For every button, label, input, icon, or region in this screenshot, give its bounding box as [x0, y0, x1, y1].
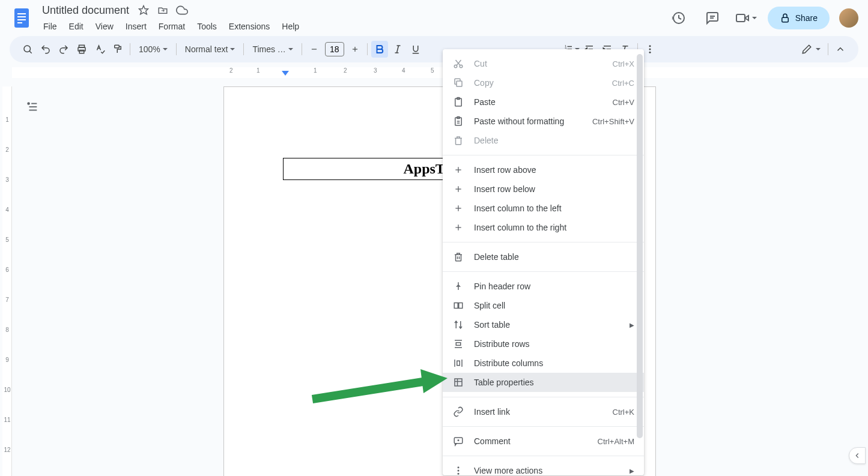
menu-file[interactable]: File — [38, 19, 62, 34]
svg-marker-5 — [139, 6, 148, 14]
menu-bar: File Edit View Insert Format Tools Exten… — [38, 19, 667, 34]
svg-rect-17 — [115, 45, 120, 48]
star-icon[interactable] — [138, 4, 150, 16]
svg-rect-52 — [457, 81, 462, 86]
context-menu-scrollbar[interactable] — [636, 54, 644, 471]
ctx-divider — [443, 456, 644, 456]
user-avatar[interactable] — [839, 8, 858, 28]
spellcheck-button[interactable] — [91, 41, 108, 58]
svg-line-50 — [457, 60, 461, 65]
svg-rect-9 — [736, 14, 745, 22]
link-icon — [452, 406, 464, 417]
style-dropdown[interactable]: Normal text — [180, 42, 240, 56]
editing-mode-button[interactable] — [798, 41, 824, 58]
menu-extensions[interactable]: Extensions — [224, 19, 275, 34]
ctx-sort-table[interactable]: Sort table ▶ — [443, 315, 644, 334]
ctx-more-actions[interactable]: View more actions ▶ — [443, 461, 644, 476]
menu-view[interactable]: View — [91, 19, 118, 34]
underline-button[interactable] — [407, 41, 424, 58]
ctx-insert-link[interactable]: Insert link Ctrl+K — [443, 402, 644, 421]
table-props-icon — [452, 377, 464, 388]
menu-insert[interactable]: Insert — [121, 19, 151, 34]
split-icon — [452, 300, 464, 311]
svg-line-23 — [396, 46, 398, 53]
paint-format-button[interactable] — [109, 41, 126, 58]
ctx-insert-col-left[interactable]: Insert column to the left — [443, 199, 644, 218]
toolbar: 100% Normal text Times … 123 — [10, 36, 858, 62]
menu-format[interactable]: Format — [154, 19, 190, 34]
svg-point-85 — [458, 466, 460, 468]
move-icon[interactable] — [157, 4, 169, 16]
svg-rect-70 — [459, 303, 463, 309]
ctx-insert-row-below[interactable]: Insert row below — [443, 179, 644, 199]
app-header: Untitled document File Edit View Insert … — [0, 0, 868, 36]
header-right: Share — [667, 6, 858, 30]
ctx-pin-header[interactable]: Pin header row — [443, 277, 644, 296]
ctx-divider — [443, 426, 644, 427]
ctx-cut: Cut Ctrl+X — [443, 54, 644, 73]
ctx-paste-plain[interactable]: Paste without formatting Ctrl+Shift+V — [443, 112, 644, 131]
ctx-insert-row-above[interactable]: Insert row above — [443, 160, 644, 179]
svg-rect-3 — [17, 19, 26, 20]
svg-rect-1 — [17, 13, 26, 14]
ctx-insert-col-right[interactable]: Insert column to the right — [443, 218, 644, 237]
svg-rect-2 — [17, 16, 26, 17]
more-icon — [452, 465, 464, 476]
undo-button[interactable] — [37, 41, 54, 58]
ctx-paste[interactable]: Paste Ctrl+V — [443, 92, 644, 112]
font-size-input[interactable] — [325, 42, 344, 56]
side-panel-toggle[interactable] — [849, 447, 866, 464]
paste-icon — [452, 97, 464, 107]
cut-icon — [452, 58, 464, 69]
ctx-divider — [443, 397, 644, 397]
meet-button[interactable] — [734, 6, 758, 30]
ctx-divider — [443, 155, 644, 155]
distribute-rows-icon — [452, 339, 464, 349]
ctx-split-cell[interactable]: Split cell — [443, 296, 644, 315]
share-button[interactable]: Share — [768, 7, 830, 29]
cloud-icon[interactable] — [176, 4, 188, 16]
more-tools-button[interactable] — [642, 41, 658, 58]
plus-icon — [452, 223, 464, 232]
svg-point-44 — [28, 103, 29, 104]
font-size-increase[interactable] — [347, 41, 363, 58]
print-button[interactable] — [73, 41, 90, 58]
paste-plain-icon — [452, 116, 464, 127]
context-menu: Cut Ctrl+X Copy Ctrl+C Paste Ctrl+V Past… — [443, 49, 644, 475]
font-dropdown[interactable]: Times … — [247, 42, 297, 56]
docs-logo[interactable] — [10, 6, 34, 30]
ctx-distribute-rows[interactable]: Distribute rows — [443, 334, 644, 354]
ctx-copy: Copy Ctrl+C — [443, 73, 644, 92]
ctx-comment[interactable]: Comment Ctrl+Alt+M — [443, 432, 644, 451]
menu-tools[interactable]: Tools — [192, 19, 222, 34]
italic-button[interactable] — [389, 41, 406, 58]
ctx-distribute-cols[interactable]: Distribute columns — [443, 354, 644, 373]
distribute-cols-icon — [452, 358, 464, 369]
sort-icon — [452, 319, 464, 330]
comments-icon[interactable] — [700, 6, 724, 30]
history-icon[interactable] — [667, 6, 691, 30]
ruler-vertical[interactable]: 1 2 3 4 5 6 7 8 9 10 11 12 13 14 — [2, 86, 12, 476]
ctx-delete-table[interactable]: Delete table — [443, 247, 644, 267]
ctx-divider — [443, 242, 644, 243]
collapse-toolbar-button[interactable] — [832, 41, 849, 58]
svg-rect-79 — [455, 379, 462, 386]
outline-button[interactable] — [22, 96, 43, 118]
title-area: Untitled document File Edit View Insert … — [38, 3, 667, 34]
redo-button[interactable] — [55, 41, 72, 58]
bold-button[interactable] — [371, 41, 388, 58]
annotation-arrow — [306, 357, 451, 411]
zoom-dropdown[interactable]: 100% — [134, 42, 172, 56]
ctx-table-properties[interactable]: Table properties — [443, 373, 644, 392]
comment-icon — [452, 436, 464, 447]
plus-icon — [452, 184, 464, 194]
document-title[interactable]: Untitled document — [38, 3, 133, 18]
font-size-decrease[interactable] — [306, 41, 323, 58]
indent-marker-left[interactable] — [282, 71, 289, 76]
menu-help[interactable]: Help — [277, 19, 304, 34]
search-button[interactable] — [19, 41, 36, 58]
menu-edit[interactable]: Edit — [64, 19, 88, 34]
submenu-arrow-icon: ▶ — [630, 468, 634, 474]
svg-rect-78 — [457, 361, 460, 366]
svg-line-51 — [456, 60, 461, 65]
